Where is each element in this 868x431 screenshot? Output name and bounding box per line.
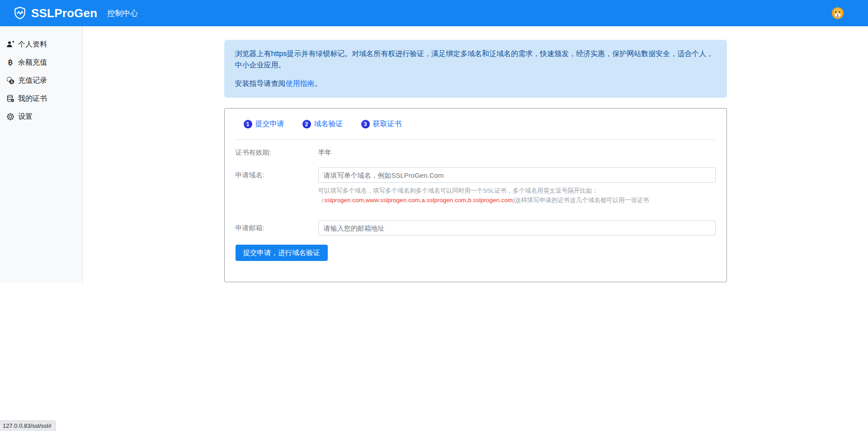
svg-text:$: $	[11, 80, 13, 84]
sidebar-item-label: 余额充值	[18, 58, 47, 67]
topbar: SSLProGen 控制中心	[0, 0, 868, 26]
sidebar-item-label: 个人资料	[18, 40, 47, 49]
sidebar-item-recharge[interactable]: B 余额充值	[0, 53, 82, 71]
validity-label: 证书有效期:	[236, 148, 318, 157]
sidebar-item-recharge-records[interactable]: $ 充值记录	[0, 71, 82, 90]
domain-help-red-domains: sslprogen.com,www.sslprogen.com,a.sslpro…	[324, 197, 513, 204]
domain-label: 申请域名:	[236, 171, 318, 180]
step-submit-application[interactable]: 1 提交申请	[244, 119, 284, 129]
step-2-label: 域名验证	[314, 119, 343, 129]
wizard-steps: 1 提交申请 2 域名验证 3 获取证书	[244, 119, 716, 129]
user-plus-icon	[6, 40, 14, 48]
info-alert: 浏览器上有https提示并有绿锁标记。对域名所有权进行验证，满足绑定多域名和泛域…	[224, 40, 727, 98]
submit-application-button[interactable]: 提交申请，进行域名验证	[236, 245, 328, 261]
domain-help-text: 可以填写多个域名，填写多个域名则多个域名可以同时用一个SSL证书，多个域名用英文…	[318, 186, 716, 205]
alert-guide-prefix: 安装指导请查阅	[235, 80, 286, 87]
browser-status-url: 127.0.0.83/ssl/ssl#	[0, 421, 56, 431]
validity-value: 半年	[318, 148, 332, 157]
steps-divider	[236, 139, 716, 140]
domain-input[interactable]	[318, 167, 716, 183]
email-row: 申请邮箱:	[236, 220, 716, 236]
usage-guide-link[interactable]: 使用指南	[286, 80, 315, 87]
coins-icon: $	[6, 76, 14, 85]
bitcoin-icon: B	[6, 58, 14, 66]
alert-guide-suffix: 。	[315, 80, 322, 87]
domain-row: 申请域名:	[236, 167, 716, 183]
step-3-badge: 3	[361, 120, 370, 128]
main-content: 浏览器上有https提示并有绿锁标记。对域名所有权进行验证，满足绑定多域名和泛域…	[83, 26, 868, 283]
step-2-badge: 2	[302, 120, 311, 128]
certificate-request-card: 1 提交申请 2 域名验证 3 获取证书 证书有效期: 半年	[224, 108, 727, 282]
certificate-database-icon	[6, 95, 14, 103]
step-domain-verification[interactable]: 2 域名验证	[302, 119, 343, 129]
email-input[interactable]	[318, 220, 716, 236]
domain-help-gray2: )这样填写申请的证书这几个域名都可以用一张证书	[513, 197, 649, 204]
alert-description: 浏览器上有https提示并有绿锁标记。对域名所有权进行验证，满足绑定多域名和泛域…	[235, 48, 716, 71]
sidebar-item-my-certificates[interactable]: 我的证书	[0, 90, 82, 108]
sidebar-item-label: 我的证书	[18, 94, 47, 104]
nav-control-center[interactable]: 控制中心	[107, 8, 138, 19]
step-1-badge: 1	[244, 120, 252, 128]
user-avatar-lion-icon[interactable]	[831, 6, 844, 20]
alert-guide-line: 安装指导请查阅使用指南。	[235, 78, 716, 89]
sidebar-item-label: 设置	[18, 112, 33, 122]
email-label: 申请邮箱:	[236, 224, 318, 232]
step-1-label: 提交申请	[255, 119, 284, 129]
shield-pulse-logo-icon	[13, 6, 27, 20]
sidebar: 个人资料 B 余额充值 $ 充值记录	[0, 26, 83, 283]
step-get-certificate[interactable]: 3 获取证书	[361, 119, 402, 129]
brand-home-link[interactable]: SSLProGen	[13, 6, 97, 20]
sidebar-item-settings[interactable]: 设置	[0, 108, 82, 126]
page-body: 个人资料 B 余额充值 $ 充值记录	[0, 26, 868, 283]
gear-icon	[6, 113, 14, 121]
step-3-label: 获取证书	[373, 119, 402, 129]
sidebar-item-label: 充值记录	[18, 76, 47, 85]
sidebar-item-profile[interactable]: 个人资料	[0, 35, 82, 53]
validity-row: 证书有效期: 半年	[236, 148, 716, 157]
brand-name: SSLProGen	[31, 6, 97, 20]
